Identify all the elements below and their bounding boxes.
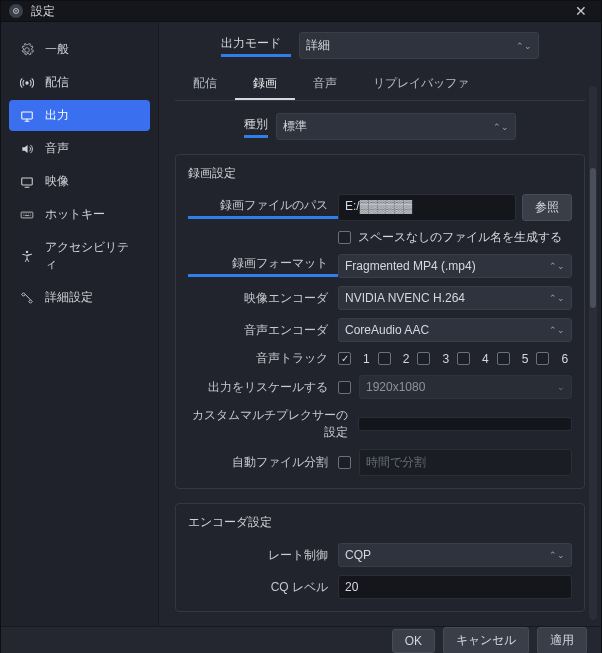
track-1-checkbox[interactable] bbox=[338, 352, 351, 365]
sidebar-item-stream[interactable]: 配信 bbox=[9, 67, 150, 98]
mux-label: カスタムマルチプレクサーの設定 bbox=[188, 407, 358, 441]
dialog-footer: OK キャンセル 適用 bbox=[1, 626, 601, 653]
scrollbar-thumb[interactable] bbox=[590, 168, 596, 308]
sidebar-item-label: 配信 bbox=[45, 74, 69, 91]
track-3-checkbox[interactable] bbox=[417, 352, 430, 365]
sidebar: 一般 配信 出力 音声 映像 ホットキー bbox=[1, 22, 159, 626]
output-tabs: 配信 録画 音声 リプレイバッファ bbox=[175, 69, 585, 101]
settings-window: 設定 ✕ 一般 配信 出力 音声 映像 bbox=[0, 0, 602, 653]
recording-section: 録画設定 録画ファイルのパス E:/▓▓▓▓▓▓ 参照 スペースなしのファイル名… bbox=[175, 154, 585, 489]
sidebar-item-label: 音声 bbox=[45, 140, 69, 157]
scrollbar[interactable] bbox=[589, 86, 597, 620]
split-checkbox[interactable] bbox=[338, 456, 351, 469]
sidebar-item-hotkeys[interactable]: ホットキー bbox=[9, 199, 150, 230]
sidebar-item-label: 詳細設定 bbox=[45, 289, 93, 306]
chevron-updown-icon: ⌃⌄ bbox=[549, 325, 565, 335]
tools-icon bbox=[19, 290, 35, 306]
sidebar-item-video[interactable]: 映像 bbox=[9, 166, 150, 197]
chevron-updown-icon: ⌃⌄ bbox=[493, 122, 509, 132]
rec-format-label: 録画フォーマット bbox=[188, 255, 338, 277]
tracks-group: 1 2 3 4 5 6 bbox=[338, 352, 572, 366]
svg-point-1 bbox=[15, 10, 17, 12]
accessibility-icon bbox=[19, 248, 35, 264]
output-mode-label: 出力モード bbox=[221, 35, 291, 57]
chevron-updown-icon: ⌃⌄ bbox=[516, 41, 532, 51]
recording-section-title: 録画設定 bbox=[188, 165, 572, 182]
gear-icon bbox=[19, 42, 35, 58]
aenc-label: 音声エンコーダ bbox=[188, 322, 338, 339]
output-icon bbox=[19, 108, 35, 124]
output-mode-select[interactable]: 詳細 ⌃⌄ bbox=[299, 32, 539, 59]
speaker-icon bbox=[19, 141, 35, 157]
rec-path-input[interactable]: E:/▓▓▓▓▓▓ bbox=[338, 194, 516, 221]
svg-rect-4 bbox=[22, 177, 33, 184]
window-title: 設定 bbox=[31, 3, 55, 20]
sidebar-item-label: アクセシビリティ bbox=[45, 239, 140, 273]
cq-input[interactable]: 20 bbox=[338, 575, 572, 599]
sidebar-item-output[interactable]: 出力 bbox=[9, 100, 150, 131]
sidebar-item-audio[interactable]: 音声 bbox=[9, 133, 150, 164]
tracks-label: 音声トラック bbox=[188, 350, 338, 367]
track-2-checkbox[interactable] bbox=[378, 352, 391, 365]
sidebar-item-label: ホットキー bbox=[45, 206, 105, 223]
apply-button[interactable]: 適用 bbox=[537, 627, 587, 653]
sidebar-item-label: 映像 bbox=[45, 173, 69, 190]
track-6-checkbox[interactable] bbox=[536, 352, 549, 365]
nospace-checkbox[interactable] bbox=[338, 231, 351, 244]
track-5-checkbox[interactable] bbox=[497, 352, 510, 365]
tab-recording[interactable]: 録画 bbox=[235, 69, 295, 100]
titlebar: 設定 ✕ bbox=[1, 1, 601, 22]
sidebar-item-label: 出力 bbox=[45, 107, 69, 124]
svg-point-6 bbox=[26, 251, 28, 253]
venc-label: 映像エンコーダ bbox=[188, 290, 338, 307]
tab-audio[interactable]: 音声 bbox=[295, 69, 355, 100]
chevron-updown-icon: ⌃⌄ bbox=[549, 293, 565, 303]
chevron-down-icon: ⌄ bbox=[557, 382, 565, 392]
rec-format-select[interactable]: Fragmented MP4 (.mp4) ⌃⌄ bbox=[338, 254, 572, 278]
type-select[interactable]: 標準 ⌃⌄ bbox=[276, 113, 516, 140]
type-label: 種別 bbox=[244, 116, 268, 138]
tab-stream[interactable]: 配信 bbox=[175, 69, 235, 100]
main-panel: 出力モード 詳細 ⌃⌄ 配信 録画 音声 リプレイバッファ 種別 標準 ⌃⌄ bbox=[159, 22, 601, 626]
split-select[interactable]: 時間で分割 bbox=[359, 449, 572, 476]
chevron-updown-icon: ⌃⌄ bbox=[549, 261, 565, 271]
browse-button[interactable]: 参照 bbox=[522, 194, 572, 221]
chevron-updown-icon: ⌃⌄ bbox=[549, 550, 565, 560]
venc-select[interactable]: NVIDIA NVENC H.264 ⌃⌄ bbox=[338, 286, 572, 310]
sidebar-item-general[interactable]: 一般 bbox=[9, 34, 150, 65]
keyboard-icon bbox=[19, 207, 35, 223]
encoder-section: エンコーダ設定 レート制御 CQP ⌃⌄ CQ レベル 20 bbox=[175, 503, 585, 612]
ok-button[interactable]: OK bbox=[392, 629, 435, 653]
split-label: 自動ファイル分割 bbox=[188, 454, 338, 471]
nospace-label: スペースなしのファイル名を生成する bbox=[358, 230, 562, 244]
sidebar-item-label: 一般 bbox=[45, 41, 69, 58]
tab-replay-buffer[interactable]: リプレイバッファ bbox=[355, 69, 487, 100]
svg-point-2 bbox=[26, 81, 28, 83]
sidebar-item-advanced[interactable]: 詳細設定 bbox=[9, 282, 150, 313]
monitor-icon bbox=[19, 174, 35, 190]
rescale-select[interactable]: 1920x1080 ⌄ bbox=[359, 375, 572, 399]
sidebar-item-accessibility[interactable]: アクセシビリティ bbox=[9, 232, 150, 280]
rc-label: レート制御 bbox=[188, 547, 338, 564]
cq-label: CQ レベル bbox=[188, 579, 338, 596]
cancel-button[interactable]: キャンセル bbox=[443, 627, 529, 653]
app-icon bbox=[9, 4, 23, 18]
close-button[interactable]: ✕ bbox=[569, 1, 593, 21]
rescale-checkbox[interactable] bbox=[338, 381, 351, 394]
track-4-checkbox[interactable] bbox=[457, 352, 470, 365]
svg-rect-5 bbox=[21, 212, 33, 218]
rc-select[interactable]: CQP ⌃⌄ bbox=[338, 543, 572, 567]
encoder-section-title: エンコーダ設定 bbox=[188, 514, 572, 531]
rec-path-label: 録画ファイルのパス bbox=[188, 197, 338, 219]
svg-rect-3 bbox=[22, 111, 33, 118]
rescale-label: 出力をリスケールする bbox=[188, 379, 338, 396]
mux-input[interactable] bbox=[358, 417, 572, 431]
antenna-icon bbox=[19, 75, 35, 91]
aenc-select[interactable]: CoreAudio AAC ⌃⌄ bbox=[338, 318, 572, 342]
